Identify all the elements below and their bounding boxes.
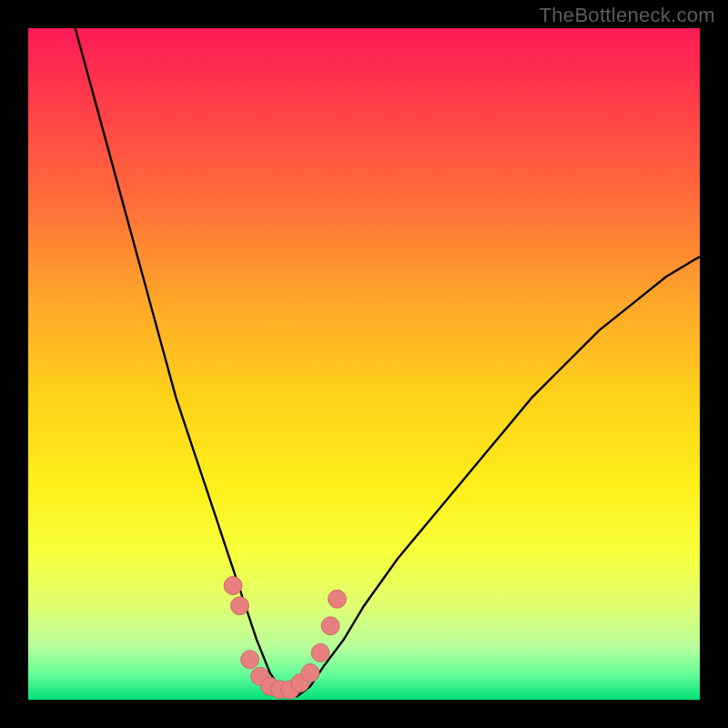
watermark-text: TheBottleneck.com <box>540 4 715 27</box>
marker-point <box>329 590 347 608</box>
marker-point <box>224 577 242 595</box>
plot-area <box>25 25 703 703</box>
marker-point <box>311 643 329 662</box>
bottleneck-curve <box>76 28 700 696</box>
marker-point <box>321 617 339 635</box>
marker-point <box>230 597 248 615</box>
marker-point <box>241 651 259 669</box>
marker-point <box>301 664 319 682</box>
chart-svg <box>28 28 700 700</box>
